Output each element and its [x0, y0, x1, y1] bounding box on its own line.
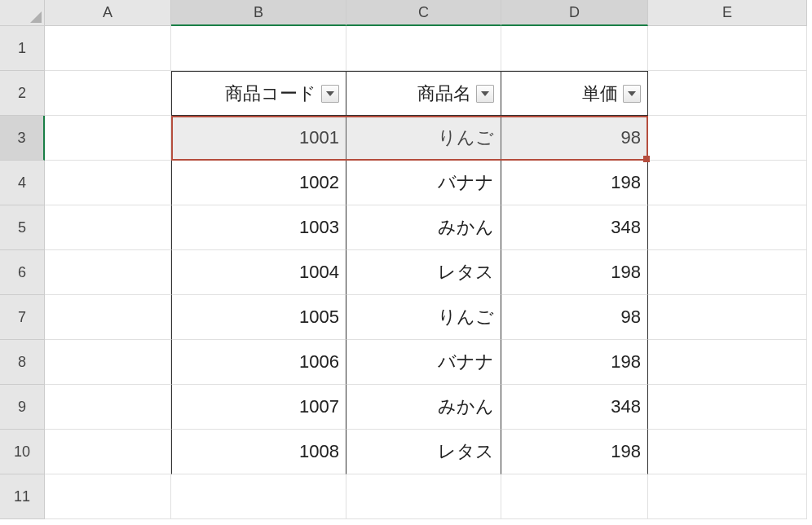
- cell-d2-header[interactable]: 単価: [501, 71, 648, 116]
- cell-d4[interactable]: 198: [501, 161, 648, 205]
- cell-a10[interactable]: [45, 430, 171, 474]
- header-price-label: 単価: [508, 82, 618, 106]
- cell-d11[interactable]: [501, 474, 648, 519]
- cell-e1[interactable]: [648, 26, 807, 71]
- cell-d3[interactable]: 98: [501, 116, 648, 161]
- cell-e5[interactable]: [648, 205, 807, 250]
- cell-d7[interactable]: 98: [501, 295, 648, 340]
- filter-button-code[interactable]: [321, 85, 339, 103]
- cell-a4[interactable]: [45, 161, 171, 205]
- row-header-4[interactable]: 4: [0, 161, 45, 205]
- cell-c3[interactable]: りんご: [346, 116, 501, 161]
- row-header-1[interactable]: 1: [0, 26, 45, 71]
- cell-d10[interactable]: 198: [501, 430, 648, 474]
- chevron-down-icon: [481, 91, 489, 96]
- col-header-c[interactable]: C: [346, 0, 501, 26]
- cell-d8[interactable]: 198: [501, 340, 648, 385]
- cell-e11[interactable]: [648, 474, 807, 519]
- cell-e7[interactable]: [648, 295, 807, 340]
- cell-b9[interactable]: 1007: [171, 385, 346, 430]
- chevron-down-icon: [326, 91, 334, 96]
- row-header-9[interactable]: 9: [0, 385, 45, 430]
- row-header-5[interactable]: 5: [0, 205, 45, 250]
- cell-a8[interactable]: [45, 340, 171, 385]
- cell-a2[interactable]: [45, 71, 171, 116]
- cell-d9[interactable]: 348: [501, 385, 648, 430]
- row-header-6[interactable]: 6: [0, 250, 45, 295]
- cell-b1[interactable]: [171, 26, 346, 71]
- row-header-10[interactable]: 10: [0, 430, 45, 474]
- cell-b7[interactable]: 1005: [171, 295, 346, 340]
- cell-e8[interactable]: [648, 340, 807, 385]
- cell-d6[interactable]: 198: [501, 250, 648, 295]
- cell-e4[interactable]: [648, 161, 807, 205]
- filter-button-name[interactable]: [476, 85, 494, 103]
- cell-a3[interactable]: [45, 116, 171, 161]
- cell-a1[interactable]: [45, 26, 171, 71]
- cell-a5[interactable]: [45, 205, 171, 250]
- filter-button-price[interactable]: [623, 85, 641, 103]
- col-header-d[interactable]: D: [501, 0, 648, 26]
- cell-b6[interactable]: 1004: [171, 250, 346, 295]
- cell-b11[interactable]: [171, 474, 346, 519]
- cell-c10[interactable]: レタス: [346, 430, 501, 474]
- cell-b8[interactable]: 1006: [171, 340, 346, 385]
- cell-e3[interactable]: [648, 116, 807, 161]
- cell-a9[interactable]: [45, 385, 171, 430]
- header-name-label: 商品名: [353, 82, 471, 106]
- col-header-e[interactable]: E: [648, 0, 807, 26]
- cell-b2-header[interactable]: 商品コード: [171, 71, 346, 116]
- cell-b5[interactable]: 1003: [171, 205, 346, 250]
- cell-c7[interactable]: りんご: [346, 295, 501, 340]
- cell-b4[interactable]: 1002: [171, 161, 346, 205]
- cell-c6[interactable]: レタス: [346, 250, 501, 295]
- cell-d1[interactable]: [501, 26, 648, 71]
- cell-d5[interactable]: 348: [501, 205, 648, 250]
- cell-a6[interactable]: [45, 250, 171, 295]
- cell-a11[interactable]: [45, 474, 171, 519]
- cell-b10[interactable]: 1008: [171, 430, 346, 474]
- row-header-2[interactable]: 2: [0, 71, 45, 116]
- cell-a7[interactable]: [45, 295, 171, 340]
- chevron-down-icon: [628, 91, 636, 96]
- cell-c5[interactable]: みかん: [346, 205, 501, 250]
- col-header-a[interactable]: A: [45, 0, 171, 26]
- cell-c1[interactable]: [346, 26, 501, 71]
- cell-c11[interactable]: [346, 474, 501, 519]
- cell-e2[interactable]: [648, 71, 807, 116]
- cell-e6[interactable]: [648, 250, 807, 295]
- col-header-b[interactable]: B: [171, 0, 346, 26]
- select-all-corner[interactable]: [0, 0, 45, 26]
- row-header-11[interactable]: 11: [0, 474, 45, 519]
- cell-c9[interactable]: みかん: [346, 385, 501, 430]
- cell-e9[interactable]: [648, 385, 807, 430]
- cell-e10[interactable]: [648, 430, 807, 474]
- cell-c2-header[interactable]: 商品名: [346, 71, 501, 116]
- cell-b3[interactable]: 1001: [171, 116, 346, 161]
- row-header-8[interactable]: 8: [0, 340, 45, 385]
- row-header-3[interactable]: 3: [0, 116, 45, 161]
- header-code-label: 商品コード: [179, 82, 316, 106]
- row-header-7[interactable]: 7: [0, 295, 45, 340]
- cell-c8[interactable]: バナナ: [346, 340, 501, 385]
- cell-c4[interactable]: バナナ: [346, 161, 501, 205]
